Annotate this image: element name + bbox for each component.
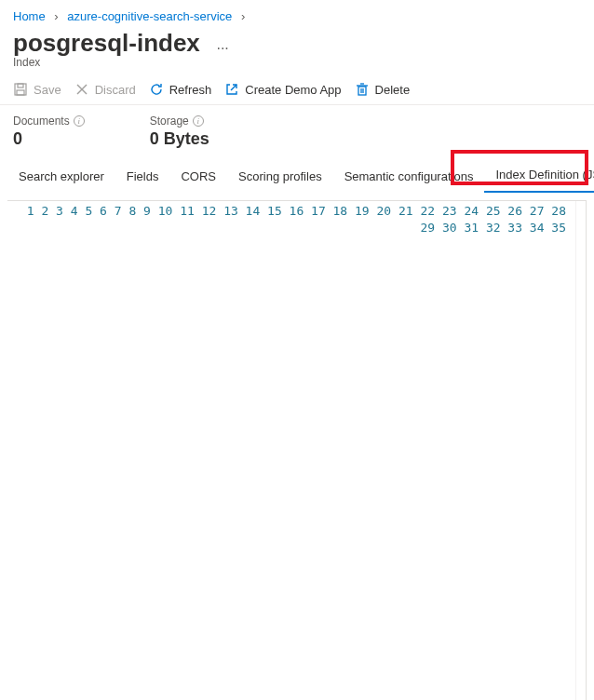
code-content[interactable]: { "name": "posgresql-index", "fields": [… xyxy=(576,201,586,700)
breadcrumb: Home › azure-cognitive-search-service › xyxy=(0,0,594,29)
chevron-right-icon: › xyxy=(241,9,245,23)
line-gutter: 1 2 3 4 5 6 7 8 9 10 11 12 13 14 15 16 1… xyxy=(7,201,576,700)
chevron-right-icon: › xyxy=(54,9,58,23)
save-label: Save xyxy=(34,83,61,97)
discard-button[interactable]: Discard xyxy=(74,82,136,97)
save-button[interactable]: Save xyxy=(13,82,61,97)
stat-documents: Documents i 0 xyxy=(13,114,85,149)
discard-icon xyxy=(74,82,89,97)
refresh-icon xyxy=(149,82,164,97)
storage-label: Storage xyxy=(150,114,189,128)
create-demo-button[interactable]: Create Demo App xyxy=(224,82,341,97)
tab-fields[interactable]: Fields xyxy=(115,160,170,193)
delete-label: Delete xyxy=(375,83,411,97)
external-link-icon xyxy=(224,82,239,97)
refresh-label: Refresh xyxy=(169,83,212,97)
delete-button[interactable]: Delete xyxy=(355,82,411,97)
tab-search-explorer[interactable]: Search explorer xyxy=(7,160,115,193)
tab-bar: Search explorer Fields CORS Scoring prof… xyxy=(0,158,594,193)
tab-scoring-profiles[interactable]: Scoring profiles xyxy=(227,160,333,193)
create-demo-label: Create Demo App xyxy=(245,83,341,97)
page-title: posgresql-index xyxy=(13,29,200,58)
discard-label: Discard xyxy=(95,83,136,97)
info-icon[interactable]: i xyxy=(74,115,85,127)
stats-row: Documents i 0 Storage i 0 Bytes xyxy=(0,105,594,158)
info-icon[interactable]: i xyxy=(193,115,204,127)
tab-semantic-configurations[interactable]: Semantic configurations xyxy=(333,160,485,193)
page-subtitle: Index xyxy=(13,56,581,69)
more-icon[interactable]: ··· xyxy=(216,40,228,57)
toolbar: Save Discard Refresh Create Demo App Del… xyxy=(0,73,594,105)
svg-rect-2 xyxy=(17,90,24,95)
svg-line-5 xyxy=(231,85,236,90)
documents-value: 0 xyxy=(13,129,85,149)
save-icon xyxy=(13,82,28,97)
stat-storage: Storage i 0 Bytes xyxy=(150,114,209,149)
page-header: posgresql-index ··· Index xyxy=(0,29,594,73)
breadcrumb-service[interactable]: azure-cognitive-search-service xyxy=(67,9,232,23)
delete-icon xyxy=(355,82,370,97)
breadcrumb-home[interactable]: Home xyxy=(13,9,46,23)
documents-label: Documents xyxy=(13,114,70,128)
tab-index-definition[interactable]: Index Definition (JSON) xyxy=(484,158,594,193)
svg-rect-1 xyxy=(18,84,23,88)
code-editor[interactable]: 1 2 3 4 5 6 7 8 9 10 11 12 13 14 15 16 1… xyxy=(7,200,587,700)
storage-value: 0 Bytes xyxy=(150,129,209,149)
svg-rect-6 xyxy=(358,87,366,95)
tab-cors[interactable]: CORS xyxy=(169,160,227,193)
refresh-button[interactable]: Refresh xyxy=(149,82,212,97)
